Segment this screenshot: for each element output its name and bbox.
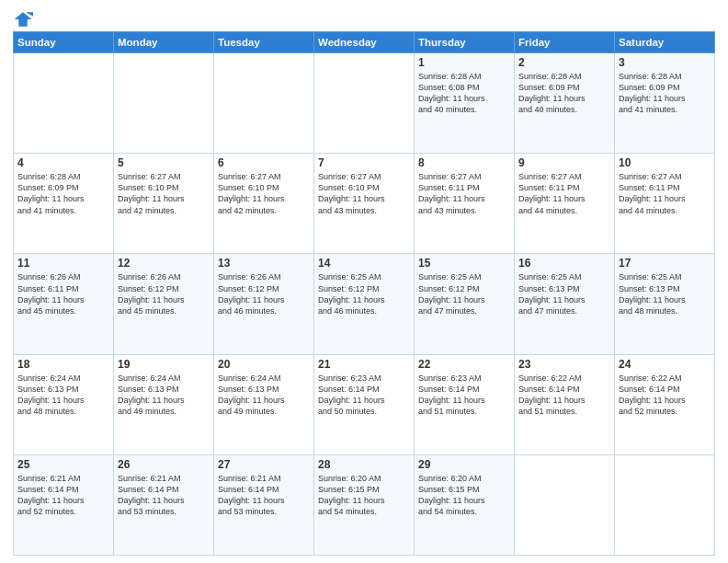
day-number: 8 bbox=[418, 156, 510, 169]
calendar-cell: 2Sunrise: 6:28 AM Sunset: 6:09 PM Daylig… bbox=[515, 53, 615, 154]
day-info: Sunrise: 6:24 AM Sunset: 6:13 PM Dayligh… bbox=[118, 373, 210, 418]
day-info: Sunrise: 6:27 AM Sunset: 6:10 PM Dayligh… bbox=[118, 171, 210, 216]
calendar-cell: 6Sunrise: 6:27 AM Sunset: 6:10 PM Daylig… bbox=[214, 154, 314, 254]
calendar-cell: 7Sunrise: 6:27 AM Sunset: 6:10 PM Daylig… bbox=[314, 154, 415, 254]
calendar-cell: 18Sunrise: 6:24 AM Sunset: 6:13 PM Dayli… bbox=[14, 354, 114, 454]
day-number: 10 bbox=[619, 156, 711, 169]
day-info: Sunrise: 6:27 AM Sunset: 6:11 PM Dayligh… bbox=[619, 171, 711, 216]
page: SundayMondayTuesdayWednesdayThursdayFrid… bbox=[0, 0, 728, 563]
calendar-cell: 15Sunrise: 6:25 AM Sunset: 6:12 PM Dayli… bbox=[415, 254, 515, 354]
calendar-cell: 4Sunrise: 6:28 AM Sunset: 6:09 PM Daylig… bbox=[14, 154, 114, 254]
header bbox=[13, 9, 715, 29]
day-number: 12 bbox=[118, 257, 210, 270]
calendar-week-3: 18Sunrise: 6:24 AM Sunset: 6:13 PM Dayli… bbox=[14, 354, 715, 454]
calendar-cell: 19Sunrise: 6:24 AM Sunset: 6:13 PM Dayli… bbox=[114, 354, 214, 454]
calendar-cell: 1Sunrise: 6:28 AM Sunset: 6:08 PM Daylig… bbox=[415, 53, 515, 154]
calendar-cell bbox=[114, 53, 214, 154]
calendar-header: SundayMondayTuesdayWednesdayThursdayFrid… bbox=[14, 32, 715, 53]
day-number: 19 bbox=[118, 358, 210, 371]
day-info: Sunrise: 6:28 AM Sunset: 6:09 PM Dayligh… bbox=[17, 171, 109, 216]
day-number: 20 bbox=[218, 358, 310, 371]
header-day-saturday: Saturday bbox=[615, 32, 715, 53]
day-number: 9 bbox=[518, 156, 610, 169]
calendar-cell: 27Sunrise: 6:21 AM Sunset: 6:14 PM Dayli… bbox=[214, 454, 314, 555]
calendar-week-0: 1Sunrise: 6:28 AM Sunset: 6:08 PM Daylig… bbox=[14, 53, 715, 154]
calendar-week-4: 25Sunrise: 6:21 AM Sunset: 6:14 PM Dayli… bbox=[14, 454, 715, 555]
calendar-cell: 13Sunrise: 6:26 AM Sunset: 6:12 PM Dayli… bbox=[214, 254, 314, 354]
day-number: 5 bbox=[118, 156, 210, 169]
day-number: 23 bbox=[518, 358, 610, 371]
day-info: Sunrise: 6:20 AM Sunset: 6:15 PM Dayligh… bbox=[418, 473, 510, 518]
calendar-cell: 11Sunrise: 6:26 AM Sunset: 6:11 PM Dayli… bbox=[14, 254, 114, 354]
day-info: Sunrise: 6:27 AM Sunset: 6:10 PM Dayligh… bbox=[318, 171, 410, 216]
day-info: Sunrise: 6:20 AM Sunset: 6:15 PM Dayligh… bbox=[318, 473, 410, 518]
day-number: 1 bbox=[418, 56, 510, 69]
day-info: Sunrise: 6:26 AM Sunset: 6:12 PM Dayligh… bbox=[218, 271, 310, 316]
day-info: Sunrise: 6:26 AM Sunset: 6:12 PM Dayligh… bbox=[118, 271, 210, 316]
day-info: Sunrise: 6:27 AM Sunset: 6:11 PM Dayligh… bbox=[518, 171, 610, 216]
day-info: Sunrise: 6:25 AM Sunset: 6:12 PM Dayligh… bbox=[418, 271, 510, 316]
calendar-body: 1Sunrise: 6:28 AM Sunset: 6:08 PM Daylig… bbox=[14, 53, 715, 556]
day-info: Sunrise: 6:28 AM Sunset: 6:09 PM Dayligh… bbox=[518, 71, 610, 116]
calendar-cell: 12Sunrise: 6:26 AM Sunset: 6:12 PM Dayli… bbox=[114, 254, 214, 354]
day-info: Sunrise: 6:27 AM Sunset: 6:11 PM Dayligh… bbox=[418, 171, 510, 216]
day-number: 27 bbox=[218, 458, 310, 471]
header-day-monday: Monday bbox=[114, 32, 214, 53]
day-number: 2 bbox=[518, 56, 610, 69]
logo-icon bbox=[13, 9, 33, 29]
calendar-cell: 22Sunrise: 6:23 AM Sunset: 6:14 PM Dayli… bbox=[415, 354, 515, 454]
calendar-table: SundayMondayTuesdayWednesdayThursdayFrid… bbox=[13, 31, 715, 556]
header-day-tuesday: Tuesday bbox=[214, 32, 314, 53]
day-info: Sunrise: 6:28 AM Sunset: 6:09 PM Dayligh… bbox=[619, 71, 711, 116]
day-number: 13 bbox=[218, 257, 310, 270]
calendar-cell: 23Sunrise: 6:22 AM Sunset: 6:14 PM Dayli… bbox=[515, 354, 615, 454]
calendar-cell: 10Sunrise: 6:27 AM Sunset: 6:11 PM Dayli… bbox=[615, 154, 715, 254]
day-info: Sunrise: 6:27 AM Sunset: 6:10 PM Dayligh… bbox=[218, 171, 310, 216]
day-number: 6 bbox=[218, 156, 310, 169]
day-info: Sunrise: 6:24 AM Sunset: 6:13 PM Dayligh… bbox=[17, 373, 109, 418]
day-info: Sunrise: 6:25 AM Sunset: 6:12 PM Dayligh… bbox=[318, 271, 410, 316]
day-info: Sunrise: 6:23 AM Sunset: 6:14 PM Dayligh… bbox=[418, 373, 510, 418]
day-number: 16 bbox=[518, 257, 610, 270]
logo bbox=[13, 9, 37, 29]
day-info: Sunrise: 6:21 AM Sunset: 6:14 PM Dayligh… bbox=[118, 473, 210, 518]
day-number: 21 bbox=[318, 358, 410, 371]
day-info: Sunrise: 6:24 AM Sunset: 6:13 PM Dayligh… bbox=[218, 373, 310, 418]
calendar-cell: 9Sunrise: 6:27 AM Sunset: 6:11 PM Daylig… bbox=[515, 154, 615, 254]
day-info: Sunrise: 6:25 AM Sunset: 6:13 PM Dayligh… bbox=[619, 271, 711, 316]
day-info: Sunrise: 6:21 AM Sunset: 6:14 PM Dayligh… bbox=[218, 473, 310, 518]
header-day-friday: Friday bbox=[515, 32, 615, 53]
calendar-cell bbox=[14, 53, 114, 154]
day-number: 15 bbox=[418, 257, 510, 270]
day-number: 4 bbox=[17, 156, 109, 169]
day-info: Sunrise: 6:25 AM Sunset: 6:13 PM Dayligh… bbox=[518, 271, 610, 316]
day-info: Sunrise: 6:21 AM Sunset: 6:14 PM Dayligh… bbox=[17, 473, 109, 518]
day-number: 24 bbox=[619, 358, 711, 371]
calendar-cell bbox=[515, 454, 615, 555]
day-number: 26 bbox=[118, 458, 210, 471]
day-number: 11 bbox=[17, 257, 109, 270]
calendar-cell: 3Sunrise: 6:28 AM Sunset: 6:09 PM Daylig… bbox=[615, 53, 715, 154]
calendar-cell: 24Sunrise: 6:22 AM Sunset: 6:14 PM Dayli… bbox=[615, 354, 715, 454]
calendar-cell: 26Sunrise: 6:21 AM Sunset: 6:14 PM Dayli… bbox=[114, 454, 214, 555]
day-info: Sunrise: 6:28 AM Sunset: 6:08 PM Dayligh… bbox=[418, 71, 510, 116]
day-number: 14 bbox=[318, 257, 410, 270]
calendar-cell: 14Sunrise: 6:25 AM Sunset: 6:12 PM Dayli… bbox=[314, 254, 415, 354]
calendar-week-1: 4Sunrise: 6:28 AM Sunset: 6:09 PM Daylig… bbox=[14, 154, 715, 254]
day-number: 7 bbox=[318, 156, 410, 169]
calendar-week-2: 11Sunrise: 6:26 AM Sunset: 6:11 PM Dayli… bbox=[14, 254, 715, 354]
calendar-cell: 8Sunrise: 6:27 AM Sunset: 6:11 PM Daylig… bbox=[415, 154, 515, 254]
day-number: 17 bbox=[619, 257, 711, 270]
header-day-thursday: Thursday bbox=[415, 32, 515, 53]
calendar-cell bbox=[214, 53, 314, 154]
day-number: 29 bbox=[418, 458, 510, 471]
day-number: 18 bbox=[17, 358, 109, 371]
day-info: Sunrise: 6:22 AM Sunset: 6:14 PM Dayligh… bbox=[619, 373, 711, 418]
calendar-cell: 29Sunrise: 6:20 AM Sunset: 6:15 PM Dayli… bbox=[415, 454, 515, 555]
day-info: Sunrise: 6:23 AM Sunset: 6:14 PM Dayligh… bbox=[318, 373, 410, 418]
day-number: 28 bbox=[318, 458, 410, 471]
day-info: Sunrise: 6:22 AM Sunset: 6:14 PM Dayligh… bbox=[518, 373, 610, 418]
header-day-wednesday: Wednesday bbox=[314, 32, 415, 53]
calendar-cell: 16Sunrise: 6:25 AM Sunset: 6:13 PM Dayli… bbox=[515, 254, 615, 354]
day-number: 22 bbox=[418, 358, 510, 371]
